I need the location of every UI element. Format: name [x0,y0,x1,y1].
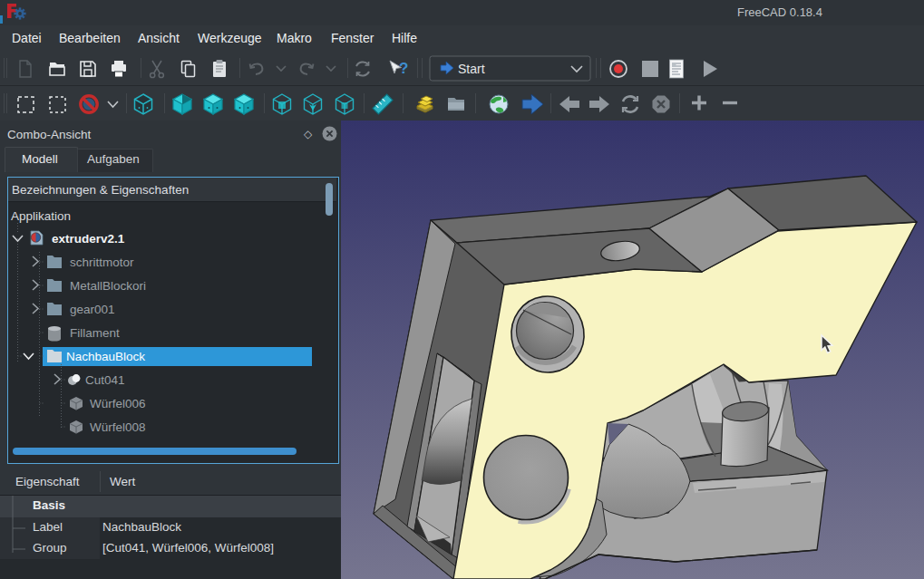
svg-text:?: ? [399,60,408,77]
svg-text:Start: Start [458,62,485,76]
